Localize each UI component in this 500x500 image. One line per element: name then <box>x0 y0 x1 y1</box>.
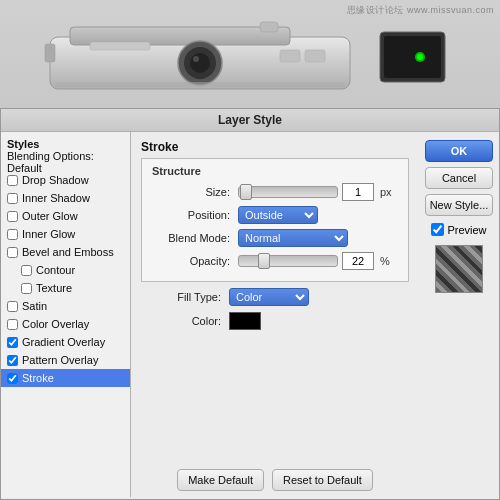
style-checkbox-1[interactable] <box>7 175 18 186</box>
preview-checkbox[interactable] <box>431 223 444 236</box>
watermark: 思缘设计论坛 www.missvuan.com <box>347 4 494 17</box>
style-label-3: Outer Glow <box>22 210 78 222</box>
style-label-6: Contour <box>36 264 75 276</box>
ok-button[interactable]: OK <box>425 140 493 162</box>
svg-rect-2 <box>90 42 150 50</box>
opacity-unit: % <box>380 255 390 267</box>
style-label-11: Pattern Overlay <box>22 354 98 366</box>
fill-type-select[interactable]: Color Gradient Pattern <box>229 288 309 306</box>
style-item-4[interactable]: Inner Glow <box>1 225 130 243</box>
size-input[interactable] <box>342 183 374 201</box>
size-label: Size: <box>150 186 230 198</box>
dialog-title: Layer Style <box>1 109 499 132</box>
style-label-4: Inner Glow <box>22 228 75 240</box>
style-checkbox-10[interactable] <box>7 337 18 348</box>
style-label-10: Gradient Overlay <box>22 336 105 348</box>
style-item-11[interactable]: Pattern Overlay <box>1 351 130 369</box>
fill-type-label: Fill Type: <box>141 291 221 303</box>
camera-preview: 思缘设计论坛 www.missvuan.com <box>0 0 500 110</box>
svg-point-6 <box>193 56 199 62</box>
style-item-2[interactable]: Inner Shadow <box>1 189 130 207</box>
style-label-0: Blending Options: Default <box>7 150 126 174</box>
stroke-section-title: Stroke <box>141 140 409 154</box>
bottom-buttons: Make Default Reset to Default <box>141 463 409 491</box>
opacity-slider[interactable] <box>238 255 338 267</box>
style-item-3[interactable]: Outer Glow <box>1 207 130 225</box>
cancel-button[interactable]: Cancel <box>425 167 493 189</box>
style-checkbox-4[interactable] <box>7 229 18 240</box>
style-checkbox-9[interactable] <box>7 319 18 330</box>
style-item-8[interactable]: Satin <box>1 297 130 315</box>
style-label-9: Color Overlay <box>22 318 89 330</box>
preview-row: Preview <box>431 223 486 236</box>
style-checkbox-6[interactable] <box>21 265 32 276</box>
size-slider[interactable] <box>238 186 338 198</box>
color-swatch[interactable] <box>229 312 261 330</box>
svg-rect-12 <box>260 22 278 32</box>
color-row: Color: <box>141 312 409 330</box>
stroke-section: Structure Size: px Position: Outside I <box>141 158 409 282</box>
style-checkbox-5[interactable] <box>7 247 18 258</box>
make-default-button[interactable]: Make Default <box>177 469 264 491</box>
style-label-2: Inner Shadow <box>22 192 90 204</box>
blend-mode-select[interactable]: Normal Dissolve Multiply <box>238 229 348 247</box>
style-label-12: Stroke <box>22 372 54 384</box>
size-row: Size: px <box>150 183 400 201</box>
style-label-8: Satin <box>22 300 47 312</box>
position-select[interactable]: Outside Inside Center <box>238 206 318 224</box>
opacity-row: Opacity: % <box>150 252 400 270</box>
svg-rect-14 <box>280 50 300 62</box>
style-checkbox-3[interactable] <box>7 211 18 222</box>
style-checkbox-12[interactable] <box>7 373 18 384</box>
styles-panel: Styles Blending Options: DefaultDrop Sha… <box>1 132 131 497</box>
svg-point-5 <box>190 53 210 73</box>
preview-swatch <box>435 245 483 293</box>
style-item-9[interactable]: Color Overlay <box>1 315 130 333</box>
style-label-7: Texture <box>36 282 72 294</box>
size-unit: px <box>380 186 392 198</box>
new-style-button[interactable]: New Style... <box>425 194 493 216</box>
color-label: Color: <box>141 315 221 327</box>
layer-style-dialog: Layer Style Styles Blending Options: Def… <box>0 108 500 500</box>
style-checkbox-7[interactable] <box>21 283 32 294</box>
svg-rect-15 <box>305 50 325 62</box>
style-item-0[interactable]: Blending Options: Default <box>1 153 130 171</box>
position-row: Position: Outside Inside Center <box>150 206 400 224</box>
style-checkbox-8[interactable] <box>7 301 18 312</box>
svg-rect-11 <box>45 44 55 62</box>
blend-mode-label: Blend Mode: <box>150 232 230 244</box>
style-item-12[interactable]: Stroke <box>1 369 130 387</box>
svg-rect-13 <box>55 82 345 87</box>
style-checkbox-11[interactable] <box>7 355 18 366</box>
style-item-5[interactable]: Bevel and Emboss <box>1 243 130 261</box>
right-buttons-panel: OK Cancel New Style... Preview <box>419 132 499 497</box>
style-item-7[interactable]: Texture <box>1 279 130 297</box>
position-label: Position: <box>150 209 230 221</box>
style-checkbox-2[interactable] <box>7 193 18 204</box>
structure-subtitle: Structure <box>150 165 400 177</box>
blend-mode-row: Blend Mode: Normal Dissolve Multiply <box>150 229 400 247</box>
style-label-1: Drop Shadow <box>22 174 89 186</box>
reset-to-default-button[interactable]: Reset to Default <box>272 469 373 491</box>
preview-label: Preview <box>447 224 486 236</box>
camera-illustration <box>40 12 460 97</box>
svg-rect-8 <box>384 36 441 78</box>
style-item-6[interactable]: Contour <box>1 261 130 279</box>
style-item-10[interactable]: Gradient Overlay <box>1 333 130 351</box>
content-panel: Stroke Structure Size: px Position: <box>131 132 419 497</box>
opacity-input[interactable] <box>342 252 374 270</box>
style-label-5: Bevel and Emboss <box>22 246 114 258</box>
fill-type-row: Fill Type: Color Gradient Pattern <box>141 288 409 306</box>
opacity-label: Opacity: <box>150 255 230 267</box>
svg-point-10 <box>417 54 423 60</box>
